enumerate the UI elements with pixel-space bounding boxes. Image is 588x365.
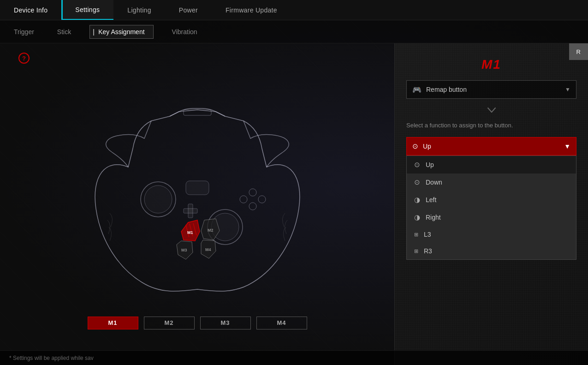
controller-image: M1 M2 M3 M4 [68, 75, 327, 298]
option-r3-icon: ⊞ [414, 248, 418, 254]
m2-button[interactable]: M2 [144, 317, 195, 329]
option-left-icon: ◑ [414, 196, 420, 204]
function-dropdown-header[interactable]: ⊙ Up ▼ [406, 137, 576, 156]
m-buttons-row: M1 M2 M3 M4 [88, 317, 307, 329]
nav-settings[interactable]: Settings [61, 0, 113, 20]
svg-rect-11 [186, 181, 209, 195]
m3-button[interactable]: M3 [200, 317, 251, 329]
subnav-stick[interactable]: Stick [53, 25, 76, 38]
svg-text:M1: M1 [187, 230, 193, 235]
remap-dropdown[interactable]: 🎮 Remap button ▼ [406, 80, 576, 99]
selected-function-label: Up [423, 143, 431, 150]
main-content: ? [0, 43, 588, 365]
svg-point-7 [240, 196, 247, 203]
option-down-label: Down [426, 179, 442, 186]
function-dropdown: ⊙ Up ▼ ⊙ Up ⊙ Down ◑ Left [406, 137, 576, 156]
nav-lighting[interactable]: Lighting [113, 0, 165, 20]
status-text: * Settings will be applied while sav [9, 355, 94, 361]
subnav-trigger[interactable]: Trigger [9, 25, 39, 38]
function-dropdown-list: ⊙ Up ⊙ Down ◑ Left ◑ Right ⊞ L3 [406, 156, 576, 260]
option-left-label: Left [426, 196, 436, 203]
option-r3[interactable]: ⊞ R3 [407, 243, 576, 259]
option-l3[interactable]: ⊞ L3 [407, 226, 576, 243]
subnav-vibration[interactable]: Vibration [167, 25, 202, 38]
dpad-up-icon: ⊙ [412, 142, 418, 150]
chevron-divider [406, 107, 576, 114]
svg-text:M3: M3 [181, 248, 187, 252]
gamepad-icon: 🎮 [412, 85, 422, 94]
m4-button[interactable]: M4 [256, 317, 307, 329]
svg-rect-6 [188, 204, 193, 218]
svg-text:M2: M2 [208, 228, 214, 233]
function-dropdown-arrow: ▼ [564, 143, 570, 150]
option-r3-label: R3 [424, 247, 432, 255]
status-bar: * Settings will be applied while sav [0, 350, 588, 365]
remap-label: Remap button [426, 86, 467, 93]
controller-area: ? [0, 43, 394, 365]
top-nav: Device Info Settings Lighting Power Firm… [0, 0, 588, 20]
save-button[interactable]: R [569, 43, 588, 60]
subnav-key-assignment[interactable]: Key Assignment [89, 25, 153, 39]
option-up[interactable]: ⊙ Up [407, 156, 576, 174]
remap-dropdown-wrapper: 🎮 Remap button ▼ [406, 80, 576, 99]
svg-point-9 [249, 203, 256, 210]
nav-firmware[interactable]: Firmware Update [212, 0, 291, 20]
svg-text:M4: M4 [205, 247, 211, 252]
option-right[interactable]: ◑ Right [407, 209, 576, 226]
option-right-label: Right [426, 214, 441, 221]
help-icon[interactable]: ? [18, 53, 30, 64]
option-l3-icon: ⊞ [414, 232, 418, 238]
option-up-label: Up [426, 161, 434, 168]
svg-point-8 [249, 189, 256, 196]
m1-button[interactable]: M1 [88, 317, 138, 329]
option-l3-label: L3 [424, 231, 431, 238]
option-down[interactable]: ⊙ Down [407, 174, 576, 191]
option-right-icon: ◑ [414, 213, 420, 221]
remap-dropdown-arrow: ▼ [565, 86, 570, 93]
nav-device-info[interactable]: Device Info [0, 0, 61, 20]
svg-point-2 [144, 185, 172, 213]
option-down-icon: ⊙ [414, 178, 420, 186]
svg-point-10 [258, 196, 266, 203]
panel-title: M1 [406, 57, 576, 72]
option-left[interactable]: ◑ Left [407, 191, 576, 209]
right-panel: M1 🎮 Remap button ▼ Select a function to… [394, 43, 588, 365]
option-up-icon: ⊙ [414, 161, 420, 169]
nav-power[interactable]: Power [165, 0, 212, 20]
sub-nav: Trigger Stick Key Assignment Vibration [0, 20, 588, 43]
panel-description: Select a function to assign to the butto… [406, 122, 576, 129]
